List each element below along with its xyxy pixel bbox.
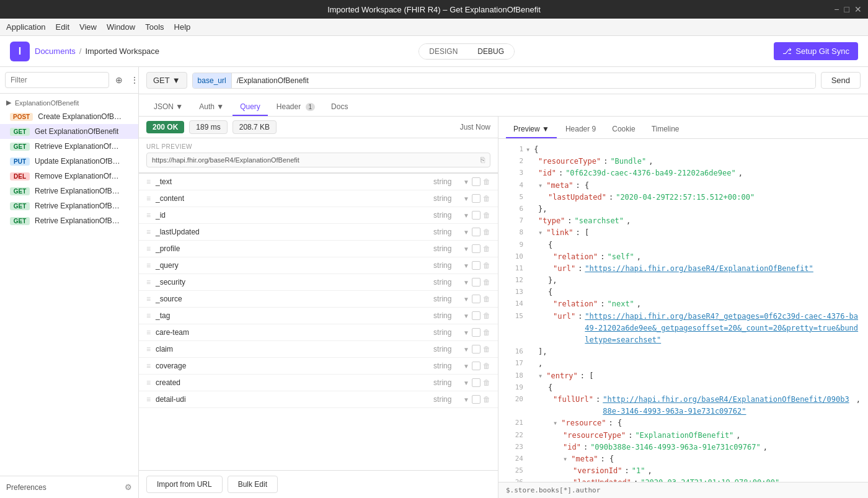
maximize-icon[interactable]: □ bbox=[844, 4, 849, 14]
param-dropdown-icon[interactable]: ▼ bbox=[463, 313, 469, 319]
param-dropdown-icon[interactable]: ▼ bbox=[463, 346, 469, 353]
breadcrumb-documents[interactable]: Documents bbox=[35, 47, 76, 56]
param-delete-icon[interactable]: 🗑 bbox=[483, 194, 490, 203]
sidebar-item-retrive3[interactable]: GET Retrive ExplanationOfBenefi... bbox=[0, 213, 138, 228]
design-toggle-btn[interactable]: DESIGN bbox=[419, 44, 467, 59]
param-dropdown-icon[interactable]: ▼ bbox=[463, 246, 469, 252]
menu-application[interactable]: Application bbox=[6, 22, 46, 32]
sidebar-section-title: ▶ ExplanationOfBenefit bbox=[0, 94, 138, 109]
param-name: _content bbox=[156, 194, 428, 203]
param-delete-icon[interactable]: 🗑 bbox=[483, 328, 490, 337]
request-tabs-row: JSON ▼ Auth ▼ Query Header 1 Docs bbox=[139, 94, 868, 117]
method-badge-post: POST bbox=[10, 113, 33, 121]
param-checkbox[interactable] bbox=[472, 328, 480, 337]
param-delete-icon[interactable]: 🗑 bbox=[483, 261, 490, 270]
param-dropdown-icon[interactable]: ▼ bbox=[463, 229, 469, 236]
param-delete-icon[interactable]: 🗑 bbox=[483, 295, 490, 303]
sidebar-item-retrive1[interactable]: GET Retrive ExplanationOfBenefi... bbox=[0, 184, 138, 198]
add-sidebar-item-button[interactable]: ⊕ bbox=[113, 74, 125, 86]
tab-header[interactable]: Header 1 bbox=[269, 99, 322, 116]
param-dropdown-icon[interactable]: ▼ bbox=[463, 212, 469, 219]
param-checkbox[interactable] bbox=[472, 378, 480, 387]
tab-auth[interactable]: Auth ▼ bbox=[192, 99, 231, 116]
debug-toggle-btn[interactable]: DEBUG bbox=[467, 44, 514, 59]
json-line: 13{ bbox=[506, 287, 861, 298]
json-line: 1▾{ bbox=[506, 144, 861, 156]
tab-timeline[interactable]: Timeline bbox=[644, 121, 687, 138]
method-select[interactable]: GET ▼ bbox=[146, 72, 187, 89]
sidebar-item-retrieve[interactable]: GET Retrieve ExplanationOfBene... bbox=[0, 139, 138, 154]
param-checkbox[interactable] bbox=[472, 345, 480, 353]
param-delete-icon[interactable]: 🗑 bbox=[483, 378, 490, 387]
param-delete-icon[interactable]: 🗑 bbox=[483, 362, 490, 370]
param-dropdown-icon[interactable]: ▼ bbox=[463, 396, 469, 403]
preferences-icon[interactable]: ⚙ bbox=[125, 482, 132, 492]
tab-json[interactable]: JSON ▼ bbox=[146, 99, 190, 116]
param-delete-icon[interactable]: 🗑 bbox=[483, 311, 490, 320]
tab-cookie[interactable]: Cookie bbox=[604, 121, 642, 138]
param-delete-icon[interactable]: 🗑 bbox=[483, 228, 490, 236]
param-delete-icon[interactable]: 🗑 bbox=[483, 395, 490, 404]
drag-handle-icon: ≡ bbox=[146, 395, 151, 404]
filter-input[interactable] bbox=[5, 72, 109, 88]
param-dropdown-icon[interactable]: ▼ bbox=[463, 262, 469, 269]
sidebar-item-delete[interactable]: DEL Remove ExplanationOfBene... bbox=[0, 169, 138, 184]
param-checkbox[interactable] bbox=[472, 395, 480, 404]
param-checkbox[interactable] bbox=[472, 311, 480, 320]
param-dropdown-icon[interactable]: ▼ bbox=[463, 195, 469, 202]
param-delete-icon[interactable]: 🗑 bbox=[483, 211, 490, 220]
param-checkbox[interactable] bbox=[472, 244, 480, 253]
param-delete-icon[interactable]: 🗑 bbox=[483, 177, 490, 186]
param-checkbox[interactable] bbox=[472, 362, 480, 370]
param-dropdown-icon[interactable]: ▼ bbox=[463, 363, 469, 370]
param-checkbox[interactable] bbox=[472, 278, 480, 287]
param-delete-icon[interactable]: 🗑 bbox=[483, 278, 490, 287]
param-dropdown-icon[interactable]: ▼ bbox=[463, 380, 469, 386]
param-checkbox[interactable] bbox=[472, 228, 480, 236]
json-line: 17, bbox=[506, 358, 861, 370]
sidebar-item-update[interactable]: PUT Update ExplanationOfBenefit bbox=[0, 154, 138, 169]
tab-response-header[interactable]: Header 9 bbox=[558, 121, 603, 138]
menu-window[interactable]: Window bbox=[107, 22, 135, 32]
close-icon[interactable]: ✕ bbox=[854, 4, 862, 14]
param-row: ≡ claim string ▼ 🗑 bbox=[139, 341, 498, 358]
param-dropdown-icon[interactable]: ▼ bbox=[463, 179, 469, 185]
param-delete-icon[interactable]: 🗑 bbox=[483, 345, 490, 353]
breadcrumb: Documents / Imported Workspace bbox=[35, 47, 159, 56]
param-name: care-team bbox=[156, 328, 428, 337]
menu-tools[interactable]: Tools bbox=[145, 22, 164, 32]
menu-view[interactable]: View bbox=[79, 22, 97, 32]
tab-preview[interactable]: Preview ▼ bbox=[506, 121, 557, 138]
sidebar-item-retrive2[interactable]: GET Retrive ExplanationOfBenefi... bbox=[0, 198, 138, 213]
tab-docs[interactable]: Docs bbox=[324, 99, 355, 116]
url-path-input[interactable] bbox=[232, 73, 815, 88]
drag-handle-icon: ≡ bbox=[146, 378, 151, 387]
param-dropdown-icon[interactable]: ▼ bbox=[463, 279, 469, 286]
param-checkbox[interactable] bbox=[472, 261, 480, 270]
menu-edit[interactable]: Edit bbox=[56, 22, 69, 32]
method-badge-put: PUT bbox=[10, 158, 30, 166]
tab-query[interactable]: Query bbox=[232, 99, 268, 116]
copy-icon[interactable]: ⎘ bbox=[480, 156, 485, 164]
bulk-edit-button[interactable]: Bulk Edit bbox=[228, 476, 278, 493]
param-dropdown-icon[interactable]: ▼ bbox=[463, 329, 469, 336]
param-delete-icon[interactable]: 🗑 bbox=[483, 244, 490, 253]
sidebar-item-create[interactable]: POST Create ExplanationOfBenefit bbox=[0, 109, 138, 124]
setup-git-button[interactable]: ⎇ Setup Git Sync bbox=[774, 42, 858, 60]
title-bar: Imported Workspace (FHIR R4) – Get Expla… bbox=[0, 0, 868, 19]
preferences-label[interactable]: Preferences bbox=[6, 483, 46, 492]
param-dropdown-icon[interactable]: ▼ bbox=[463, 296, 469, 303]
url-base[interactable]: base_url bbox=[193, 73, 232, 88]
param-checkbox[interactable] bbox=[472, 194, 480, 203]
param-controls: ▼ 🗑 bbox=[463, 295, 490, 303]
json-line: 2"resourceType": "Bundle", bbox=[506, 156, 861, 167]
menu-help[interactable]: Help bbox=[174, 22, 191, 32]
param-checkbox[interactable] bbox=[472, 177, 480, 186]
send-button[interactable]: Send bbox=[821, 72, 861, 89]
status-size: 208.7 KB bbox=[232, 120, 277, 134]
param-checkbox[interactable] bbox=[472, 211, 480, 220]
param-checkbox[interactable] bbox=[472, 295, 480, 303]
import-from-url-button[interactable]: Import from URL bbox=[146, 476, 223, 493]
minimize-icon[interactable]: − bbox=[834, 4, 839, 14]
sidebar-item-get[interactable]: GET Get ExplanationOfBenefit bbox=[0, 124, 138, 139]
